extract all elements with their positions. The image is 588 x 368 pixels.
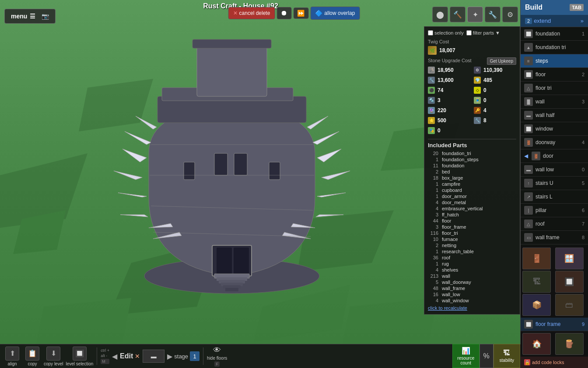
build-item-foundation-tri[interactable]: ▲ foundation tri (521, 41, 588, 54)
percent-button[interactable]: % (480, 344, 494, 368)
hammer-tool-button[interactable]: 🔨 (450, 7, 466, 22)
list-item: 44floor (428, 218, 516, 224)
pipe-icon: 🔩 (428, 97, 435, 104)
building-3d[interactable] (79, 22, 385, 320)
recalculate-link[interactable]: click to recalculate (428, 305, 516, 311)
list-item: 1research_table (428, 248, 516, 255)
build-item-floor-tri[interactable]: △ floor tri (521, 81, 588, 95)
build-tab[interactable]: TAB (570, 4, 584, 11)
svg-marker-15 (114, 171, 142, 180)
extend-row[interactable]: 2 extend » (521, 15, 588, 27)
cloth-icon: ⚫ (428, 87, 435, 94)
build-item-icon: ▲ (524, 43, 533, 52)
prev-mode-button[interactable]: ◀ (112, 352, 117, 361)
build-item-icon: ↗ (524, 192, 533, 201)
align-tool[interactable]: ⬆ align (4, 347, 21, 366)
resource-spring: 🔮 220 (428, 107, 470, 114)
build-item-wall[interactable]: █ wall 3 (521, 95, 588, 109)
record-button[interactable]: ⏺ (276, 7, 291, 19)
build-item-icon: ▬ (524, 111, 533, 120)
build-item-floor[interactable]: ⬜ floor 2 (521, 68, 588, 81)
resource-bolt: 🔧 8 (474, 117, 516, 124)
sphere-tool-button[interactable]: ⬤ (432, 7, 448, 22)
list-item: 4embrasure_vertical (428, 205, 516, 212)
cloth-value: 74 (438, 87, 443, 93)
build-item-wall-half[interactable]: ▬ wall half (521, 109, 588, 122)
rope-value: 0 (483, 97, 486, 103)
list-item: 116floor_tri (428, 230, 516, 236)
svg-marker-19 (136, 116, 157, 129)
filter-parts-checkbox[interactable]: filter parts ▼ (466, 30, 500, 35)
twig-icon: 🌿 (428, 46, 437, 55)
cancel-delete-button[interactable]: ✕ cancel delete (228, 7, 275, 19)
level-selection-tool[interactable]: 🔲 level selection (66, 347, 93, 366)
build-item-pillar[interactable]: | pillar 6 (521, 204, 588, 217)
build-item-stairs-L[interactable]: ↗ stairs L (521, 190, 588, 204)
build-item-wall-low[interactable]: ▬ wall low 0 (521, 163, 588, 177)
selection-only-checkbox[interactable]: selection only (428, 30, 464, 35)
stone-value: 18,950 (438, 67, 454, 73)
align-icon: ⬆ (5, 347, 19, 361)
build-item-count: 3 (582, 99, 584, 104)
list-item: 4shelves (428, 267, 516, 273)
resource-count-button[interactable]: 📊 resource count (452, 344, 480, 368)
svg-rect-30 (214, 153, 228, 175)
build-item-window[interactable]: ⬜ window (521, 122, 588, 136)
list-item: 5wall_doorway (428, 279, 516, 285)
build-item-steps[interactable]: ≡ steps (521, 54, 588, 68)
gear-value: 110,390 (483, 67, 502, 73)
add-code-locks-button[interactable]: 🔒 add code locks (521, 357, 588, 368)
bottom-toolbar: ⬆ align 📋 copy ⬇ copy level 🔲 level sele… (0, 344, 521, 368)
menu-icon: ☰ (30, 13, 35, 20)
list-item: 1foundation_steps (428, 156, 516, 163)
list-item: 10furnace (428, 236, 516, 242)
allow-overlap-button[interactable]: 🔷 allow overlap (310, 7, 360, 20)
bolt-value: 8 (483, 117, 486, 124)
build-item-stairs-U[interactable]: ↑ stairs U 5 (521, 177, 588, 190)
list-item: 36roof (428, 255, 516, 261)
svg-rect-13 (192, 39, 271, 48)
copy-tool[interactable]: 📋 copy (24, 347, 41, 366)
bolt-icon: 🔧 (474, 117, 481, 124)
build-item-foundation[interactable]: ⬜ foundation 1 (521, 27, 588, 41)
floor-frame-item[interactable]: ⬜ floor frame 9 (521, 318, 588, 331)
thumb-2[interactable]: 🪟 (555, 248, 584, 269)
stage-input[interactable]: ▬ (143, 350, 164, 363)
forward-button[interactable]: ⏩ (293, 7, 308, 19)
stone-upgrade-row: Stone Upgrade Cost Get Upkeep (428, 57, 516, 65)
build-item-doorway[interactable]: 🚪 doorway 4 (521, 136, 588, 149)
thumb-1[interactable]: 🚪 (522, 248, 551, 269)
tool5-button[interactable]: ⚙ (502, 7, 518, 22)
wrench-tool-button[interactable]: 🔧 (485, 7, 500, 22)
cursor-tool-button[interactable]: ✦ (467, 7, 483, 22)
hide-floors-button[interactable]: 👁 hide floors F (207, 346, 227, 367)
thumb-7[interactable]: 🏠 (522, 333, 551, 355)
build-item-double-door[interactable]: ◀ 🚪 double door (521, 244, 588, 246)
twig-cost-value: 18,007 (439, 47, 455, 53)
stability-button[interactable]: 🏗 stability (494, 344, 521, 368)
thumb-6[interactable]: 🗃 (555, 294, 584, 316)
thumb-3[interactable]: 🏗 (522, 271, 551, 293)
svg-marker-25 (307, 116, 328, 129)
thumb-4[interactable]: 🔲 (555, 271, 584, 293)
misc-icon: 🎭 (428, 127, 435, 134)
build-item-wall-frame[interactable]: ▭ wall frame 8 (521, 231, 588, 244)
build-item-door[interactable]: ◀ 🚪 door (521, 149, 588, 163)
hide-floors-label: hide floors (207, 356, 227, 361)
build-item-roof[interactable]: △ roof 7 (521, 217, 588, 231)
menu-button[interactable]: menu ☰ 📷 (4, 9, 56, 24)
copy-level-tool[interactable]: ⬇ copy level (44, 347, 63, 366)
key-icon: 🔑 (474, 107, 481, 114)
stability-label: stability (500, 358, 514, 363)
edit-close-button[interactable]: ✕ (135, 353, 140, 360)
twig-cost-row: 🌿 18,007 (428, 46, 516, 55)
thumb-5[interactable]: 📦 (522, 294, 551, 316)
get-upkeep-button[interactable]: Get Upkeep (487, 57, 516, 65)
stage-prev-button[interactable]: ▶ (167, 352, 172, 361)
build-item-label: floor tri (536, 85, 552, 91)
thumb-8[interactable]: 🪵 (555, 333, 584, 355)
star-value: 500 (438, 117, 446, 124)
stage-section: ▶ stage 1 (167, 351, 200, 361)
svg-marker-22 (317, 193, 346, 197)
build-item-label: stairs U (536, 180, 553, 186)
